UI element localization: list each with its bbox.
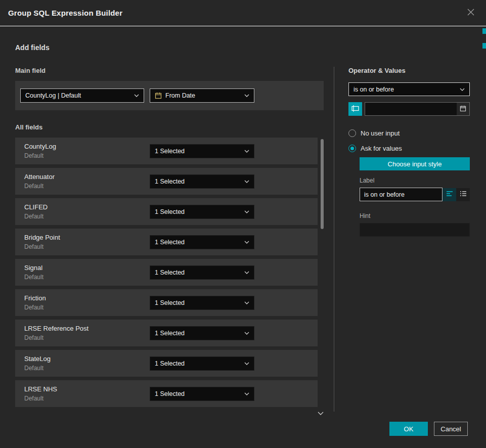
field-selected-dropdown[interactable]: 1 Selected bbox=[150, 265, 254, 280]
radio-icon bbox=[348, 145, 356, 152]
text-input-style-button[interactable] bbox=[443, 188, 456, 201]
radio-no-user-input-label: No user input bbox=[361, 129, 400, 137]
field-row: Friction Default 1 Selected bbox=[15, 289, 318, 316]
ok-button[interactable]: OK bbox=[389, 422, 428, 436]
dialog-titlebar: Group SQL Expression Builder bbox=[0, 0, 486, 26]
field-selected-dropdown[interactable]: 1 Selected bbox=[150, 174, 254, 189]
field-select-label: 1 Selected bbox=[155, 269, 241, 276]
field-subtitle: Default bbox=[24, 152, 150, 159]
field-select-label: 1 Selected bbox=[155, 390, 241, 397]
field-row: CLIFED Default 1 Selected bbox=[15, 198, 318, 225]
all-fields-label: All fields bbox=[15, 123, 324, 131]
field-subtitle: Default bbox=[24, 183, 150, 190]
field-subtitle: Default bbox=[24, 274, 150, 281]
value-input-wrap bbox=[365, 102, 470, 116]
operator-select-value: is on or before bbox=[354, 86, 457, 93]
chevron-down-icon bbox=[244, 392, 249, 395]
field-info: StateLog Default bbox=[24, 355, 150, 372]
radio-no-user-input[interactable]: No user input bbox=[348, 129, 470, 137]
field-selected-dropdown[interactable]: 1 Selected bbox=[150, 356, 254, 371]
main-field-panel: CountyLog | Default From Date bbox=[15, 81, 324, 110]
main-date-field-value: From Date bbox=[165, 92, 241, 99]
close-button[interactable] bbox=[464, 6, 478, 20]
dialog-footer: OK Cancel bbox=[389, 422, 468, 436]
field-info: Signal Default bbox=[24, 264, 150, 281]
field-selected-dropdown[interactable]: 1 Selected bbox=[150, 235, 254, 249]
all-fields-list: CountyLog Default 1 Selected Attenuator … bbox=[15, 138, 324, 407]
value-input-mode-button[interactable] bbox=[348, 102, 362, 116]
list-input-style-button[interactable] bbox=[456, 188, 470, 201]
chevron-down-icon bbox=[244, 180, 249, 183]
field-selected-dropdown[interactable]: 1 Selected bbox=[150, 326, 254, 340]
value-input[interactable] bbox=[365, 103, 457, 115]
field-info: Bridge Point Default bbox=[24, 234, 150, 250]
field-selected-dropdown[interactable]: 1 Selected bbox=[150, 387, 254, 401]
chevron-down-icon bbox=[244, 150, 249, 153]
field-selected-dropdown[interactable]: 1 Selected bbox=[150, 205, 254, 219]
field-name: Signal bbox=[24, 264, 150, 272]
field-info: CountyLog Default bbox=[24, 143, 150, 159]
chevron-down-icon bbox=[244, 241, 249, 244]
field-selected-dropdown[interactable]: 1 Selected bbox=[150, 296, 254, 310]
operator-values-heading: Operator & Values bbox=[348, 67, 470, 74]
field-name: StateLog bbox=[24, 355, 150, 363]
value-input-row bbox=[348, 102, 470, 116]
field-subtitle: Default bbox=[24, 213, 150, 220]
radio-ask-for-values-label: Ask for values bbox=[361, 145, 402, 152]
field-info: CLIFED Default bbox=[24, 203, 150, 220]
chevron-down-icon bbox=[244, 94, 249, 97]
fields-column: Main field CountyLog | Default From Date bbox=[15, 67, 324, 411]
value-date-picker-button[interactable] bbox=[457, 103, 469, 115]
edge-scroll-marker bbox=[482, 28, 486, 34]
radio-ask-for-values[interactable]: Ask for values bbox=[348, 145, 470, 152]
operator-select[interactable]: is on or before bbox=[348, 82, 470, 96]
cancel-button[interactable]: Cancel bbox=[434, 422, 468, 436]
hint-input[interactable] bbox=[360, 223, 470, 237]
field-name: LRSE NHS bbox=[24, 385, 150, 393]
field-info: Friction Default bbox=[24, 294, 150, 311]
layer-select[interactable]: CountyLog | Default bbox=[20, 88, 144, 103]
main-field-label: Main field bbox=[15, 67, 324, 74]
field-row: LRSE Reference Post Default 1 Selected bbox=[15, 320, 318, 346]
field-subtitle: Default bbox=[24, 304, 150, 311]
group-sql-expression-builder-dialog: Group SQL Expression Builder Add fields … bbox=[0, 0, 486, 448]
field-select-label: 1 Selected bbox=[155, 239, 241, 246]
radio-icon bbox=[348, 129, 356, 137]
scroll-down-indicator[interactable] bbox=[318, 412, 324, 415]
vertical-divider bbox=[334, 67, 334, 412]
add-fields-heading: Add fields bbox=[15, 43, 471, 52]
field-row: StateLog Default 1 Selected bbox=[15, 350, 318, 377]
field-row: CountyLog Default 1 Selected bbox=[15, 138, 318, 164]
field-row: LRSE NHS Default 1 Selected bbox=[15, 380, 318, 407]
label-input-row bbox=[360, 188, 470, 201]
label-input[interactable] bbox=[360, 188, 443, 201]
field-info: LRSE NHS Default bbox=[24, 385, 150, 402]
field-subtitle: Default bbox=[24, 365, 150, 372]
field-row: Signal Default 1 Selected bbox=[15, 259, 318, 286]
calendar-icon bbox=[460, 105, 466, 113]
field-selected-dropdown[interactable]: 1 Selected bbox=[150, 144, 254, 158]
field-subtitle: Default bbox=[24, 334, 150, 341]
chevron-down-icon bbox=[244, 210, 249, 213]
list-scrollbar-thumb[interactable] bbox=[321, 139, 324, 229]
field-row: Attenuator Default 1 Selected bbox=[15, 168, 318, 195]
calendar-icon bbox=[155, 92, 162, 99]
operator-values-column: Operator & Values is on or before bbox=[348, 67, 470, 237]
choose-input-style-button[interactable]: Choose input style bbox=[360, 157, 470, 170]
field-select-label: 1 Selected bbox=[155, 360, 241, 367]
field-row: Bridge Point Default 1 Selected bbox=[15, 229, 318, 255]
field-subtitle: Default bbox=[24, 395, 150, 402]
hint-field-label: Hint bbox=[360, 212, 470, 219]
chevron-down-icon bbox=[244, 332, 249, 335]
field-name: Attenuator bbox=[24, 173, 150, 181]
field-select-label: 1 Selected bbox=[155, 299, 241, 306]
field-select-label: 1 Selected bbox=[155, 208, 241, 215]
field-select-label: 1 Selected bbox=[155, 330, 241, 337]
chevron-down-icon bbox=[460, 88, 465, 91]
main-date-field-select[interactable]: From Date bbox=[150, 88, 254, 103]
field-select-label: 1 Selected bbox=[155, 178, 241, 185]
input-field-icon bbox=[351, 105, 359, 114]
layer-select-value: CountyLog | Default bbox=[25, 92, 131, 99]
ask-for-values-block: Choose input style Label bbox=[360, 157, 470, 237]
list-scrollbar[interactable] bbox=[321, 139, 324, 407]
